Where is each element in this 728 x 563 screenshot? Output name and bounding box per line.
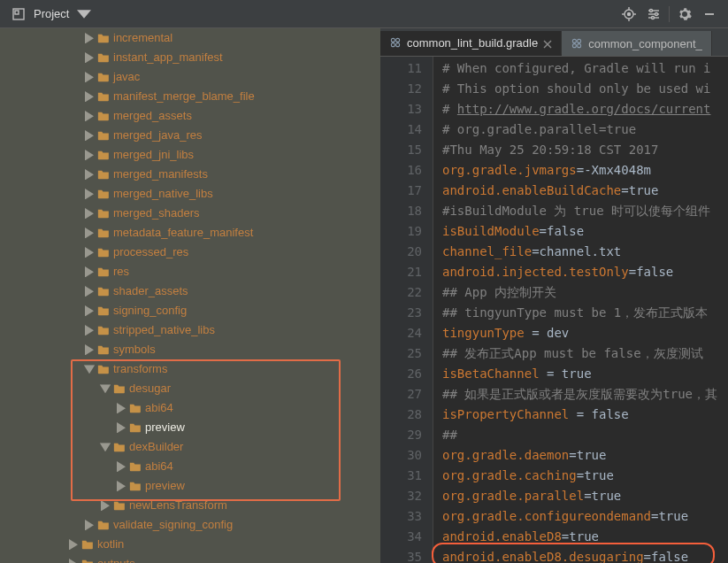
code-line[interactable]: #Thu May 25 20:59:18 CST 2017 — [442, 140, 728, 160]
tree-item-metadata_feature_manifest[interactable]: metadata_feature_manifest — [0, 223, 380, 243]
editor-tab[interactable]: common_lint_build.gradle — [380, 31, 562, 56]
tree-item-processed_res[interactable]: processed_res — [0, 243, 380, 262]
project-tree[interactable]: incrementalinstant_app_manifestjavacmani… — [0, 28, 380, 563]
code-line[interactable]: channel_file=channel.txt — [442, 242, 728, 262]
dropdown-icon[interactable] — [74, 4, 94, 24]
code-line[interactable]: # http://www.gradle.org/docs/current — [442, 99, 728, 120]
settings-sliders-icon[interactable] — [644, 4, 663, 24]
project-view-icon[interactable] — [9, 4, 28, 24]
chevron-icon[interactable] — [100, 384, 111, 393]
chevron-icon[interactable] — [85, 208, 94, 220]
chevron-icon[interactable] — [85, 305, 94, 317]
close-icon[interactable] — [543, 38, 552, 47]
tree-item-instant_app_manifest[interactable]: instant_app_manifest — [0, 48, 380, 67]
tree-item-abi64[interactable]: abi64 — [0, 457, 380, 476]
code-line[interactable]: #isBuildModule 为 true 时可以使每个组件 — [442, 201, 728, 221]
tree-item-abi64[interactable]: abi64 — [0, 398, 380, 418]
code-line[interactable]: org.gradle.configureondemand=true — [442, 506, 728, 527]
tree-item-label: shader_assets — [113, 282, 188, 301]
tree-item-manifest_merge_blame_file[interactable]: manifest_merge_blame_file — [0, 87, 380, 106]
chevron-icon[interactable] — [85, 344, 94, 356]
chevron-icon[interactable] — [85, 189, 94, 200]
minimize-icon[interactable] — [700, 4, 719, 24]
chevron-icon[interactable] — [100, 443, 111, 451]
tree-item-merged_java_res[interactable]: merged_java_res — [0, 126, 380, 145]
chevron-icon[interactable] — [117, 461, 126, 473]
editor-tab[interactable]: common_component_ — [562, 31, 712, 56]
chevron-icon[interactable] — [85, 325, 94, 336]
editor-code-lines[interactable]: # When configured, Gradle will run i# Th… — [433, 57, 728, 563]
tree-item-outputs[interactable]: outputs — [0, 554, 380, 563]
line-number: 12 — [380, 79, 422, 99]
code-line[interactable]: ## tingyunType must be 1，发布正式版本 — [442, 303, 728, 323]
chevron-icon[interactable] — [85, 150, 94, 161]
tree-item-preview[interactable]: preview — [0, 418, 380, 437]
tree-item-validate_signing_config[interactable]: validate_signing_config — [0, 515, 380, 535]
chevron-icon[interactable] — [117, 422, 126, 434]
tree-item-label: processed_res — [113, 243, 188, 262]
tree-item-desugar[interactable]: desugar — [0, 379, 380, 398]
chevron-icon[interactable] — [69, 559, 78, 563]
chevron-icon[interactable] — [85, 130, 94, 142]
tree-item-dexBuilder[interactable]: dexBuilder — [0, 437, 380, 457]
code-line[interactable]: # org.gradle.parallel=true — [442, 120, 728, 140]
code-line[interactable]: org.gradle.jvmargs=-Xmx4048m — [442, 160, 728, 181]
chevron-icon[interactable] — [85, 266, 94, 278]
tree-item-stripped_native_libs[interactable]: stripped_native_libs — [0, 320, 380, 340]
chevron-icon[interactable] — [85, 169, 94, 181]
code-line[interactable]: org.gradle.caching=true — [442, 466, 728, 486]
folder-icon — [129, 422, 142, 433]
code-line[interactable]: org.gradle.parallel=true — [442, 486, 728, 506]
code-line[interactable]: isBetaChannel = true — [442, 364, 728, 384]
code-line[interactable]: isBuildModule=false — [442, 221, 728, 242]
tree-item-label: merged_native_libs — [113, 184, 213, 204]
code-line[interactable]: android.injected.testOnly=false — [442, 262, 728, 282]
toolbar-title[interactable]: Project — [34, 7, 69, 20]
chevron-icon[interactable] — [85, 247, 94, 258]
tree-item-merged_manifests[interactable]: merged_manifests — [0, 165, 380, 184]
code-line[interactable]: ## — [442, 425, 728, 445]
tree-item-merged_native_libs[interactable]: merged_native_libs — [0, 184, 380, 204]
chevron-icon[interactable] — [85, 91, 94, 103]
code-line[interactable]: isPropertyChannel = false — [442, 405, 728, 425]
tree-item-preview[interactable]: preview — [0, 476, 380, 496]
chevron-icon[interactable] — [69, 539, 78, 551]
chevron-icon[interactable] — [85, 520, 94, 531]
code-line[interactable]: # When configured, Gradle will run i — [442, 58, 728, 79]
tree-item-kotlin[interactable]: kotlin — [0, 535, 380, 554]
code-line[interactable]: tingyunType = dev — [442, 323, 728, 343]
chevron-icon[interactable] — [85, 52, 94, 64]
code-line[interactable]: ## 如果是正式版或者是灰度版需要改为true，其 — [442, 384, 728, 405]
code-line[interactable]: org.gradle.daemon=true — [442, 445, 728, 466]
tree-item-shader_assets[interactable]: shader_assets — [0, 282, 380, 301]
tree-item-res[interactable]: res — [0, 262, 380, 282]
code-line[interactable]: ## App 内控制开关 — [442, 282, 728, 303]
chevron-icon[interactable] — [85, 111, 94, 122]
chevron-icon[interactable] — [85, 72, 94, 83]
editor-code[interactable]: 1112131415161718192021222324252627282930… — [380, 57, 728, 563]
chevron-icon[interactable] — [85, 33, 94, 44]
chevron-icon[interactable] — [117, 403, 126, 414]
code-line[interactable]: android.enableD8.desugaring=false — [442, 547, 728, 563]
tree-item-merged_assets[interactable]: merged_assets — [0, 106, 380, 126]
tree-item-signing_config[interactable]: signing_config — [0, 301, 380, 320]
chevron-icon[interactable] — [85, 286, 94, 297]
chevron-icon[interactable] — [85, 228, 94, 239]
target-icon[interactable] — [619, 4, 639, 24]
tree-item-symbols[interactable]: symbols — [0, 340, 380, 359]
gear-icon[interactable] — [675, 4, 694, 24]
tree-item-merged_shaders[interactable]: merged_shaders — [0, 204, 380, 223]
code-line[interactable]: android.enableD8=true — [442, 527, 728, 547]
code-line[interactable]: ## 发布正式App must be false，灰度测试 — [442, 343, 728, 364]
tree-item-transforms[interactable]: transforms — [0, 359, 380, 379]
tree-item-incremental[interactable]: incremental — [0, 28, 380, 48]
tree-item-javac[interactable]: javac — [0, 67, 380, 87]
chevron-icon[interactable] — [117, 481, 126, 492]
tree-item-merged_jni_libs[interactable]: merged_jni_libs — [0, 145, 380, 165]
chevron-icon[interactable] — [101, 500, 110, 512]
tree-item-newLensTransform[interactable]: newLensTransform — [0, 496, 380, 515]
code-line[interactable]: # This option should only be used wi — [442, 79, 728, 99]
chevron-icon[interactable] — [84, 365, 96, 374]
editor-tab-bar[interactable]: common_lint_build.gradlecommon_component… — [380, 28, 728, 57]
code-line[interactable]: android.enableBuildCache=true — [442, 181, 728, 201]
